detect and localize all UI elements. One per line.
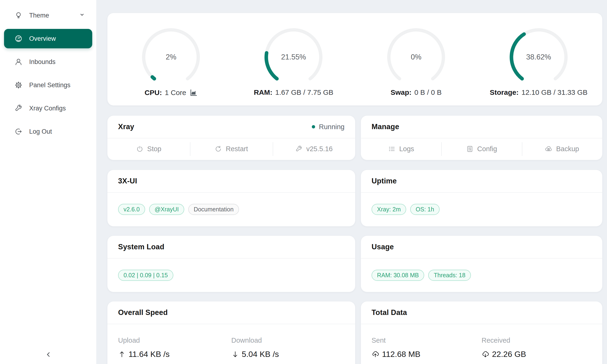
download-value: 5.04 KB /s	[231, 350, 345, 359]
ram-usage-tag: RAM: 30.08 MB	[371, 270, 424, 281]
card-title: Xray	[118, 122, 134, 131]
gauge-ram: 21.55% RAM: 1.67 GB / 7.75 GB	[232, 13, 355, 105]
sidebar: Theme Overview Inbounds	[0, 0, 96, 364]
logout-icon	[14, 128, 23, 136]
xrayui-link-tag[interactable]: @XrayUI	[149, 204, 184, 215]
refresh-icon	[215, 145, 222, 153]
power-icon	[136, 145, 144, 153]
arrow-up-icon	[118, 351, 126, 358]
stop-button[interactable]: Stop	[107, 138, 190, 159]
sidebar-item-panel-settings[interactable]: Panel Settings	[4, 75, 92, 95]
area-chart-icon[interactable]	[189, 88, 198, 97]
sidebar-item-label: Xray Configs	[29, 105, 66, 112]
status-dot-icon	[312, 125, 315, 129]
wrench-icon	[295, 145, 303, 153]
sidebar-item-log-out[interactable]: Log Out	[4, 122, 92, 141]
sidebar-item-overview[interactable]: Overview	[4, 29, 92, 48]
threads-tag: Threads: 18	[428, 270, 471, 281]
status-text: Running	[319, 123, 344, 131]
wrench-icon	[14, 104, 23, 112]
xray-card: Xray Running Stop	[107, 116, 355, 160]
collapse-sidebar-button[interactable]	[42, 348, 54, 361]
sidebar-item-inbounds[interactable]: Inbounds	[4, 52, 92, 72]
upload-value: 11.64 KB /s	[118, 350, 231, 359]
upload-label: Upload	[118, 337, 231, 344]
sidebar-item-label: Panel Settings	[29, 81, 70, 89]
storage-label: Storage: 12.10 GB / 31.33 GB	[490, 88, 588, 96]
gauge-swap: 0% Swap: 0 B / 0 B	[355, 13, 477, 105]
upload-stat: Upload 11.64 KB /s	[118, 337, 231, 359]
overall-speed-card: Overall Speed Upload 11.64 KB /s Downloa…	[107, 301, 355, 364]
main-content: 2% CPU: 1 Core 21.55% RAM: 1.67 G	[96, 0, 607, 364]
xray-version-button[interactable]: v25.5.16	[273, 138, 355, 159]
backup-button[interactable]: Backup	[522, 138, 602, 159]
swap-percent: 0%	[385, 26, 447, 88]
card-title: Manage	[371, 122, 399, 131]
arrow-down-icon	[231, 351, 239, 358]
cpu-percent: 2%	[140, 26, 202, 88]
gauge-cpu: 2% CPU: 1 Core	[110, 13, 232, 105]
chevron-down-icon	[79, 11, 86, 20]
sidebar-item-theme[interactable]: Theme	[4, 6, 92, 25]
sidebar-item-label: Overview	[29, 35, 56, 42]
chevron-left-icon	[44, 351, 53, 359]
xui-card: 3X-UI v2.6.0 @XrayUI Documentation	[107, 170, 355, 226]
sent-value: 112.68 MB	[371, 350, 482, 359]
download-stat: Download 5.04 KB /s	[231, 337, 345, 359]
sliders-icon	[466, 145, 474, 153]
card-title: Total Data	[371, 308, 407, 317]
total-data-card: Total Data Sent 112.68 MB Received	[361, 301, 602, 364]
card-title: Overall Speed	[118, 308, 168, 317]
download-label: Download	[231, 337, 345, 344]
xray-uptime-tag: Xray: 2m	[371, 204, 406, 215]
dashboard-icon	[14, 35, 23, 43]
restart-button[interactable]: Restart	[190, 138, 272, 159]
cloud-server-icon	[545, 145, 552, 153]
swap-label: Swap: 0 B / 0 B	[391, 88, 441, 96]
cloud-upload-icon	[371, 351, 379, 358]
card-title: System Load	[118, 243, 164, 251]
received-value: 22.26 GB	[482, 350, 592, 359]
sent-stat: Sent 112.68 MB	[371, 337, 482, 359]
card-title: Usage	[371, 243, 394, 251]
system-gauges-card: 2% CPU: 1 Core 21.55% RAM: 1.67 G	[107, 13, 602, 105]
config-button[interactable]: Config	[441, 138, 522, 159]
logs-button[interactable]: Logs	[361, 138, 441, 159]
lightbulb-icon	[14, 11, 23, 19]
usage-card: Usage RAM: 30.08 MB Threads: 18	[361, 236, 602, 292]
gauge-storage: 38.62% Storage: 12.10 GB / 31.33 GB	[477, 13, 600, 105]
card-title: 3X-UI	[118, 177, 137, 185]
cloud-download-icon	[482, 351, 489, 358]
received-stat: Received 22.26 GB	[482, 337, 592, 359]
version-tag[interactable]: v2.6.0	[118, 204, 145, 215]
received-label: Received	[482, 337, 592, 344]
os-uptime-tag: OS: 1h	[410, 204, 440, 215]
gear-icon	[14, 81, 23, 89]
storage-percent: 38.62%	[508, 26, 569, 88]
user-icon	[14, 58, 23, 66]
documentation-link-tag[interactable]: Documentation	[188, 204, 239, 215]
ram-label: RAM: 1.67 GB / 7.75 GB	[254, 88, 333, 96]
xray-status: Running	[312, 123, 344, 131]
sent-label: Sent	[371, 337, 482, 344]
sidebar-item-label: Inbounds	[29, 58, 55, 66]
sidebar-item-xray-configs[interactable]: Xray Configs	[4, 99, 92, 118]
manage-card: Manage Logs Confi	[361, 116, 602, 160]
ram-percent: 21.55%	[263, 26, 324, 88]
sidebar-item-label: Log Out	[29, 128, 52, 135]
cpu-label: CPU: 1 Core	[145, 88, 198, 97]
system-load-card: System Load 0.02 | 0.09 | 0.15	[107, 236, 355, 292]
sidebar-item-label: Theme	[29, 12, 49, 19]
list-icon	[388, 145, 396, 153]
load-average-tag: 0.02 | 0.09 | 0.15	[118, 270, 173, 281]
card-title: Uptime	[371, 177, 397, 185]
uptime-card: Uptime Xray: 2m OS: 1h	[361, 170, 602, 226]
